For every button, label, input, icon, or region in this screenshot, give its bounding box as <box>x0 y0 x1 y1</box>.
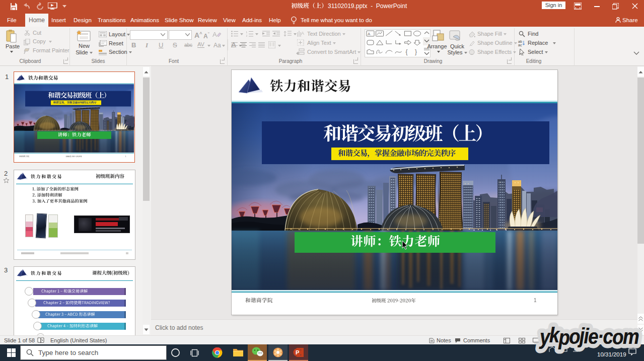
svg-text:{: { <box>405 48 407 55</box>
svg-text:}: } <box>415 48 417 55</box>
svg-text:A: A <box>301 31 304 36</box>
svg-text:ac: ac <box>518 43 522 46</box>
svg-text:ykpojie·com: ykpojie·com <box>539 323 638 349</box>
svg-text:A: A <box>212 31 217 38</box>
svg-text:2: 2 <box>246 34 248 37</box>
svg-text:1: 1 <box>246 31 248 34</box>
svg-text:A: A <box>368 32 371 36</box>
svg-text:ab: ab <box>518 40 522 43</box>
svg-text:P: P <box>296 349 299 355</box>
